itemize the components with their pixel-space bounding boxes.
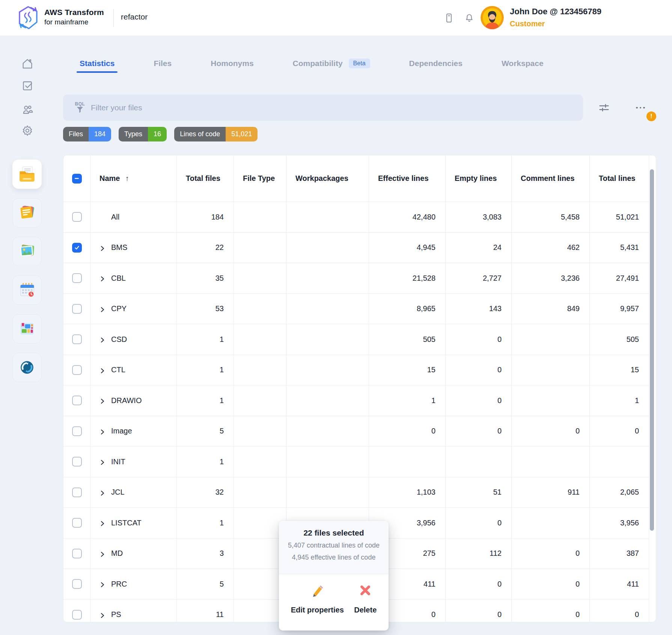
row-checkbox-cbl[interactable] (72, 273, 82, 283)
table-row-cpy[interactable]: CPY538,9651438499,957 (63, 294, 656, 325)
column-header-label: Total lines (599, 172, 635, 185)
tab-statistics[interactable]: Statistics (80, 57, 115, 70)
tab-homonyms[interactable]: Homonyms (211, 57, 253, 70)
expand-chevron-icon[interactable] (99, 275, 105, 281)
column-header-file-type[interactable]: File Type (234, 155, 286, 202)
table-scrollbar[interactable] (650, 169, 654, 531)
table-row-drawio[interactable]: DRAWIO1101 (63, 385, 656, 416)
table-row-ctl[interactable]: CTL115015 (63, 355, 656, 386)
expand-chevron-icon[interactable] (99, 336, 105, 342)
calendar-icon[interactable] (12, 275, 42, 305)
selection-popup: 22 files selected 5,407 contractual line… (279, 521, 389, 630)
column-header-total-lines[interactable]: Total lines (590, 155, 649, 202)
settings-gear-icon[interactable] (21, 125, 33, 137)
row-checkbox-ps[interactable] (72, 610, 82, 620)
expand-chevron-icon[interactable] (99, 459, 105, 465)
table-row-csd[interactable]: CSD15050505 (63, 324, 656, 355)
row-checkbox-md[interactable] (72, 549, 82, 558)
filter-settings-icon[interactable] (598, 101, 610, 114)
row-checkbox-jcl[interactable] (72, 488, 82, 497)
gallery-icon[interactable] (12, 237, 42, 266)
file-type-cell (234, 385, 286, 416)
tasks-icon[interactable] (21, 80, 33, 92)
name-cell: PS (90, 600, 177, 623)
dashboard-icon[interactable] (12, 314, 42, 343)
column-header-label: Name (99, 172, 120, 185)
row-name: MD (111, 549, 123, 558)
table-row-all[interactable]: All18442,4803,0835,45851,021 (63, 202, 656, 233)
column-header-effective-lines[interactable]: Effective lines (369, 155, 446, 202)
row-checkbox-image[interactable] (72, 426, 82, 436)
row-checkbox-csd[interactable] (72, 334, 82, 344)
total-files-cell: 1 (177, 355, 234, 386)
delete-button[interactable]: Delete (354, 582, 377, 614)
file-type-cell (234, 508, 286, 539)
table-row-image[interactable]: Image50000 (63, 416, 656, 447)
users-icon[interactable] (21, 104, 33, 116)
notifications-bell-icon[interactable] (463, 11, 476, 25)
expand-chevron-icon[interactable] (99, 581, 105, 587)
row-checkbox-drawio[interactable] (72, 396, 82, 405)
beta-badge: Beta (349, 59, 370, 68)
expand-chevron-icon[interactable] (99, 306, 105, 312)
comment-lines-cell: 849 (512, 294, 590, 325)
sort-ascending-icon[interactable]: ↑ (125, 172, 129, 185)
row-checkbox-bms[interactable] (72, 243, 82, 253)
tab-compatibility[interactable]: CompatibilityBeta (293, 57, 370, 70)
more-options-icon[interactable] (634, 102, 646, 113)
comment-lines-cell: 0 (512, 416, 590, 447)
tab-files[interactable]: Files (154, 57, 172, 70)
row-name: CPY (111, 304, 127, 313)
user-avatar[interactable] (481, 6, 504, 30)
notes-icon[interactable] (12, 198, 42, 227)
column-header-comment-lines[interactable]: Comment lines (512, 155, 590, 202)
total-files-cell: 5 (177, 416, 234, 447)
expand-chevron-icon[interactable] (99, 428, 105, 434)
expand-chevron-icon[interactable] (99, 489, 105, 495)
expand-chevron-icon[interactable] (99, 520, 105, 526)
expand-chevron-icon[interactable] (99, 551, 105, 557)
tab-workspace[interactable]: Workspace (502, 57, 544, 70)
effective-lines-cell (369, 447, 446, 477)
column-header-total-files[interactable]: Total files (177, 155, 234, 202)
tab-dependencies[interactable]: Dependencies (409, 57, 463, 70)
row-select-cell (63, 569, 90, 600)
expand-chevron-icon[interactable] (99, 612, 105, 618)
row-checkbox-all[interactable] (72, 212, 82, 222)
documentation-icon[interactable] (442, 11, 456, 25)
name-cell: INIT (90, 447, 177, 477)
select-all-checkbox[interactable] (72, 174, 82, 184)
edit-properties-button[interactable]: Edit properties (291, 582, 344, 614)
row-name: DRAWIO (111, 396, 142, 405)
row-checkbox-prc[interactable] (72, 579, 82, 589)
home-icon[interactable] (21, 58, 33, 70)
row-checkbox-cpy[interactable] (72, 304, 82, 314)
workpackages-cell (286, 202, 369, 233)
documents-icon[interactable] (12, 160, 42, 189)
expand-chevron-icon[interactable] (99, 245, 105, 251)
badge-value: 16 (148, 127, 167, 141)
table-row-cbl[interactable]: CBL3521,5282,7273,23627,491 (63, 263, 656, 294)
empty-lines-cell: 0 (446, 324, 512, 355)
table-row-bms[interactable]: BMS224,945244625,431 (63, 233, 656, 263)
table-row-init[interactable]: INIT1 (63, 447, 656, 477)
workpackages-cell (286, 294, 369, 325)
expand-chevron-icon[interactable] (99, 367, 105, 373)
globe-sync-icon[interactable] (12, 353, 42, 382)
name-cell: All (90, 202, 177, 233)
row-checkbox-ctl[interactable] (72, 365, 82, 375)
column-header-name[interactable]: Name↑ (90, 155, 177, 202)
expand-chevron-icon[interactable] (99, 397, 105, 403)
filter-input[interactable] (91, 103, 583, 112)
total-lines-cell (590, 447, 649, 477)
comment-lines-cell: 462 (512, 233, 590, 263)
column-header-label: File Type (243, 172, 275, 185)
column-header-empty-lines[interactable]: Empty lines (446, 155, 512, 202)
tab-label: Dependencies (409, 59, 463, 68)
row-select-cell (63, 447, 90, 477)
alert-count-badge: ! (646, 111, 656, 121)
table-row-jcl[interactable]: JCL321,103519112,065 (63, 477, 656, 508)
row-checkbox-init[interactable] (72, 457, 82, 466)
row-checkbox-listcat[interactable] (72, 518, 82, 528)
column-header-workpackages[interactable]: Workpackages (286, 155, 369, 202)
